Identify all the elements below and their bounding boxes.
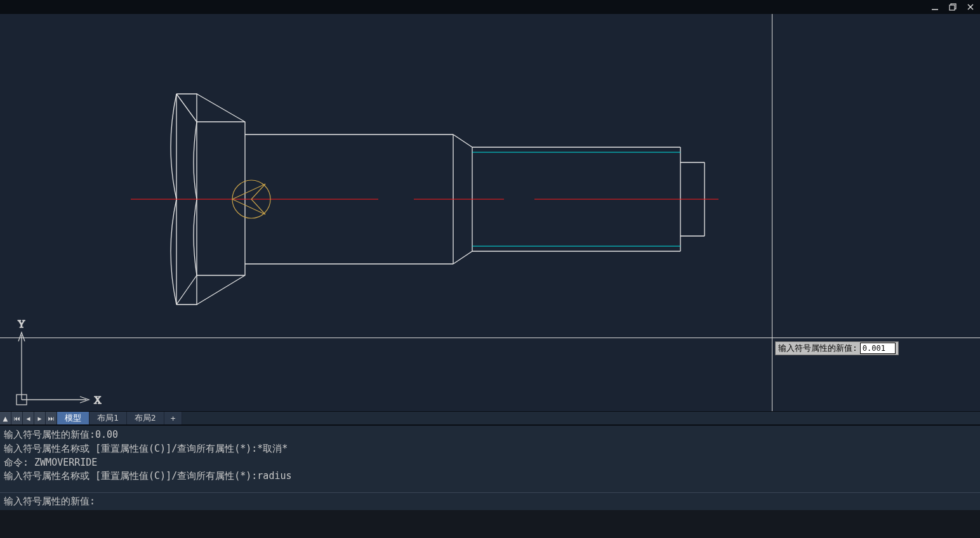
tab-add-button[interactable]: + xyxy=(164,412,183,424)
minimize-button[interactable] xyxy=(929,3,941,11)
tab-layout1[interactable]: 布局1 xyxy=(89,412,127,424)
tab-nav-first-icon[interactable]: ⏮ xyxy=(11,412,23,424)
history-line: 输入符号属性名称或 [重置属性值(C)]/查询所有属性(*):radius xyxy=(4,469,976,483)
ucs-y-label: Y xyxy=(18,318,25,329)
svg-line-13 xyxy=(453,251,472,264)
tab-model[interactable]: 模型 xyxy=(57,412,89,424)
command-input-field[interactable] xyxy=(96,496,976,508)
tab-layout2[interactable]: 布局2 xyxy=(127,412,164,424)
dynamic-input-prompt[interactable]: 输入符号属性的新值: xyxy=(775,341,899,355)
tab-nav-prev-icon[interactable]: ◀ xyxy=(23,412,34,424)
layout-tab-bar: ▲ ⏮ ◀ ▶ ⏭ 模型 布局1 布局2 + xyxy=(0,411,980,425)
dynamic-input-label: 输入符号属性的新值: xyxy=(778,343,858,354)
command-history[interactable]: 输入符号属性的新值:0.00 输入符号属性名称或 [重置属性值(C)]/查询所有… xyxy=(0,425,980,492)
ucs-x-label: X xyxy=(94,395,102,405)
svg-rect-2 xyxy=(950,5,955,10)
close-button[interactable] xyxy=(965,3,976,11)
svg-line-12 xyxy=(453,134,472,147)
command-prompt-label: 输入符号属性的新值: xyxy=(4,495,95,508)
tab-nav-next-icon[interactable]: ▶ xyxy=(34,412,46,424)
tab-nav-last-icon[interactable]: ⏭ xyxy=(46,412,57,424)
dynamic-input-field[interactable] xyxy=(860,343,896,354)
history-line: 输入符号属性名称或 [重置属性值(C)]/查询所有属性(*):*取消* xyxy=(4,442,976,456)
command-line[interactable]: 输入符号属性的新值: xyxy=(0,492,980,510)
svg-line-6 xyxy=(176,275,197,305)
status-bar xyxy=(0,510,980,538)
tab-nav-up-icon[interactable]: ▲ xyxy=(0,412,11,424)
restore-button[interactable] xyxy=(947,3,958,11)
title-bar xyxy=(0,0,980,14)
svg-line-5 xyxy=(176,94,197,122)
history-line: 输入符号属性的新值:0.00 xyxy=(4,428,976,442)
history-line: 命令: ZWMOVERRIDE xyxy=(4,456,976,470)
